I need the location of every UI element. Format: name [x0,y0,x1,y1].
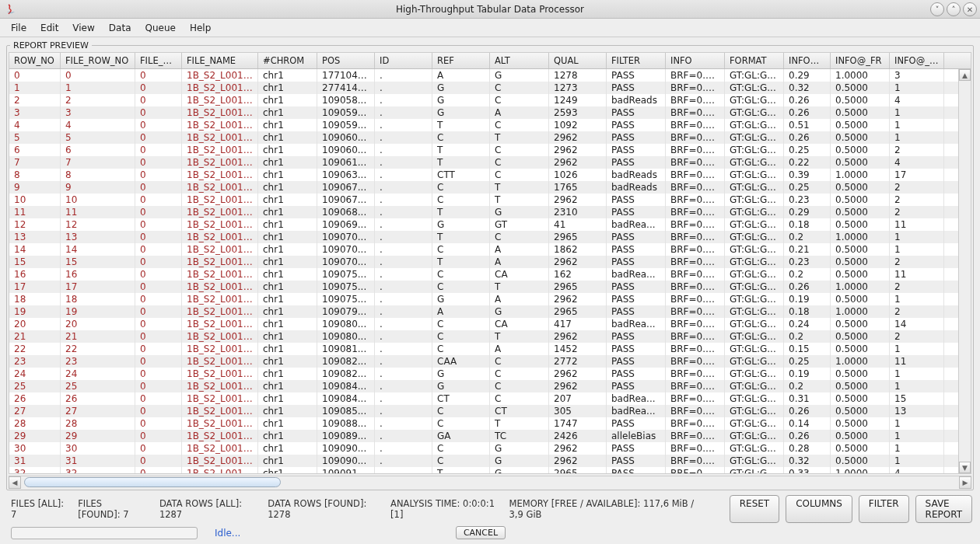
table-cell: 30 [61,442,135,455]
close-button[interactable]: ✕ [963,2,977,16]
table-cell: 1249 [549,94,607,106]
column-header[interactable]: REF [432,53,490,68]
table-row[interactable]: 2201B_S2_L001....chr1109058....GC1249bad… [9,94,958,106]
column-header[interactable]: INFO@_... [784,53,831,68]
scroll-down-icon[interactable]: ▼ [959,462,971,473]
table-row[interactable]: 6601B_S2_L001....chr1109060....TC2962PAS… [9,144,958,156]
vertical-scrollbar[interactable]: ▲ ▼ [958,69,971,473]
table-row[interactable]: 171701B_S2_L001....chr1109075....CT2965P… [9,281,958,293]
table-cell: 1 [61,82,135,94]
filter-button[interactable]: FILTER [859,495,909,523]
table-cell: 1273 [549,82,607,94]
table-row[interactable]: 303001B_S2_L001....chr1109090....CG2962P… [9,442,958,455]
table-header-row: ROW_NOFILE_ROW_NOFILE_NOFILE_NAME#CHROMP… [9,53,971,69]
menu-view[interactable]: View [66,21,100,35]
table-row[interactable]: 212101B_S2_L001....chr1109080....CT2962P… [9,330,958,343]
table-cell: 1B_S2_L001.... [182,293,258,305]
table-row[interactable]: 151501B_S2_L001....chr1109070....TA2962P… [9,256,958,268]
table-row[interactable]: 8801B_S2_L001....chr1109063....CTTC1026b… [9,169,958,181]
menu-data[interactable]: Data [103,21,138,35]
column-header[interactable]: ROW_NO [9,53,61,68]
column-header[interactable]: INFO@_FR [831,53,890,68]
table-row[interactable]: 252501B_S2_L001....chr1109084....GC2962P… [9,380,958,392]
columns-button[interactable]: COLUMNS [786,495,852,523]
data-table: ROW_NOFILE_ROW_NOFILE_NOFILE_NAME#CHROMP… [9,52,971,474]
menu-help[interactable]: Help [184,21,217,35]
table-cell: 27 [61,405,135,417]
menu-queue[interactable]: Queue [138,21,181,35]
table-cell: BRF=0.3... [666,467,725,473]
table-cell: chr1 [258,343,317,355]
table-row[interactable]: 161601B_S2_L001....chr1109075....CCA162b… [9,268,958,281]
table-row[interactable]: 222201B_S2_L001....chr1109081....CA1452P… [9,343,958,355]
table-cell: . [375,94,432,106]
table-cell: . [375,206,432,218]
horizontal-scrollbar[interactable]: ◀ ▶ [9,476,971,488]
scroll-up-icon[interactable]: ▲ [959,69,971,81]
table-row[interactable]: 232301B_S2_L001....chr1109082....CAAC277… [9,355,958,368]
reset-button[interactable]: RESET [730,495,779,523]
table-cell: T [490,417,549,430]
table-row[interactable]: 111101B_S2_L001....chr1109068....TG2310P… [9,206,958,218]
column-header[interactable]: FILE_NAME [182,53,258,68]
save-report-button[interactable]: SAVE REPORT [915,495,972,523]
table-row[interactable]: 313101B_S2_L001....chr1109090....CG2962P… [9,455,958,467]
table-row[interactable]: 191901B_S2_L001....chr1109079....AG2965P… [9,305,958,318]
table-row[interactable]: 0001B_S2_L001....chr117710413.AG1278PASS… [9,69,958,82]
table-row[interactable]: 323201B_S2_L001....chr1109091....TG2965P… [9,467,958,473]
table-row[interactable]: 121201B_S2_L001....chr1109069....GGT41ba… [9,218,958,231]
column-header[interactable]: FILE_NO [135,53,182,68]
table-cell: GT:GL:G... [725,206,784,218]
column-header[interactable]: FILE_ROW_NO [61,53,135,68]
cancel-button[interactable]: CANCEL [456,526,506,539]
table-cell: A [490,243,549,256]
table-cell: 0.5000 [831,392,890,405]
column-header[interactable]: QUAL [549,53,607,68]
column-header[interactable]: ALT [490,53,549,68]
table-row[interactable]: 282801B_S2_L001....chr1109088....CT1747P… [9,417,958,430]
table-cell: 2772 [549,355,607,368]
column-header[interactable]: #CHROM [258,53,317,68]
column-header[interactable]: INFO [666,53,725,68]
table-row[interactable]: 292901B_S2_L001....chr1109089....GATC242… [9,430,958,442]
table-row[interactable]: 101001B_S2_L001....chr1109067....CT2962P… [9,194,958,206]
table-cell: 1B_S2_L001.... [182,318,258,330]
column-header[interactable]: INFO@_HP [890,53,944,68]
table-row[interactable]: 5501B_S2_L001....chr1109060....CT2962PAS… [9,131,958,144]
column-header[interactable]: ID [375,53,432,68]
minimize-button[interactable]: ˅ [930,2,944,16]
menu-edit[interactable]: Edit [34,21,65,35]
column-header[interactable]: POS [317,53,375,68]
table-row[interactable]: 141401B_S2_L001....chr1109070....CA1862P… [9,243,958,256]
column-header[interactable]: FORMAT [725,53,784,68]
table-cell: 1B_S2_L001.... [182,417,258,430]
table-cell: chr1 [258,156,317,169]
table-cell: 25 [9,380,61,392]
table-row[interactable]: 272701B_S2_L001....chr1109085....CCT305b… [9,405,958,417]
table-row[interactable]: 242401B_S2_L001....chr1109082....GC2962P… [9,368,958,380]
table-cell: chr1 [258,144,317,156]
table-row[interactable]: 131301B_S2_L001....chr1109070....TC2965P… [9,231,958,243]
table-cell: PASS [607,256,666,268]
column-header[interactable]: FILTER [607,53,666,68]
scroll-left-icon[interactable]: ◀ [9,476,21,489]
table-row[interactable]: 262601B_S2_L001....chr1109084....CTC207b… [9,392,958,405]
table-row[interactable]: 3301B_S2_L001....chr1109059....GA2593PAS… [9,106,958,119]
menu-file[interactable]: File [5,21,33,35]
table-row[interactable]: 202001B_S2_L001....chr1109080....CCA417b… [9,318,958,330]
table-cell: PASS [607,330,666,343]
table-cell: . [375,368,432,380]
table-cell: 17 [61,281,135,293]
table-row[interactable]: 1101B_S2_L001....chr127741425.GC1273PASS… [9,82,958,94]
table-row[interactable]: 4401B_S2_L001....chr1109059....TC1092PAS… [9,119,958,131]
maximize-button[interactable]: ˄ [947,2,961,16]
table-cell: 0.2 [784,268,831,281]
table-cell: 1B_S2_L001.... [182,82,258,94]
table-row[interactable]: 7701B_S2_L001....chr1109061....TC2962PAS… [9,156,958,169]
table-cell: 27 [9,405,61,417]
scroll-right-icon[interactable]: ▶ [959,476,971,489]
scrollbar-thumb[interactable] [24,477,281,487]
table-row[interactable]: 181801B_S2_L001....chr1109075....GA2962P… [9,293,958,305]
table-cell: 2962 [549,256,607,268]
table-row[interactable]: 9901B_S2_L001....chr1109067....CT1765bad… [9,181,958,194]
